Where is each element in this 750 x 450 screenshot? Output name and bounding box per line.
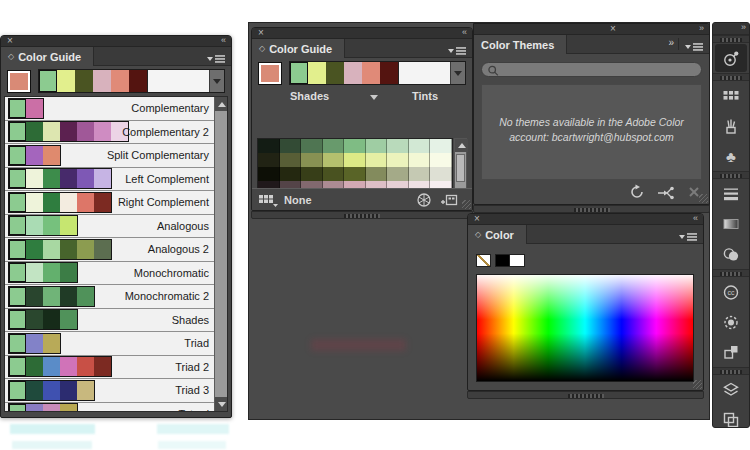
harmony-rules-dropdown[interactable]	[38, 69, 225, 93]
group-swatch[interactable]	[344, 62, 362, 84]
group-swatch[interactable]	[39, 70, 57, 92]
harmony-rule-row[interactable]: Shades	[5, 309, 227, 333]
resize-grip[interactable]	[693, 380, 702, 389]
variation-swatch[interactable]	[409, 153, 431, 167]
group-swatch[interactable]	[290, 62, 308, 84]
harmony-rule-row[interactable]: Triad 2	[5, 356, 227, 380]
variation-swatch[interactable]	[301, 167, 323, 181]
resize-grip[interactable]	[699, 194, 708, 203]
harmony-rule-row[interactable]: Analogous	[5, 215, 227, 239]
transparency-panel-icon[interactable]	[713, 239, 749, 269]
color-guide-panel-icon[interactable]	[715, 44, 747, 72]
scroll-up-icon[interactable]	[215, 97, 228, 111]
close-icon[interactable]: ×	[610, 23, 616, 34]
harmony-rule-row[interactable]: Analogous 2	[5, 238, 227, 262]
panel-menu-icon[interactable]	[678, 229, 698, 241]
white-swatch[interactable]	[510, 254, 525, 267]
variation-swatch[interactable]	[409, 139, 431, 153]
variation-swatch[interactable]	[323, 139, 345, 153]
group-swatch[interactable]	[362, 62, 380, 84]
panel-cycle-icon[interactable]: ◇	[259, 45, 265, 53]
panel-cycle-icon[interactable]: ◇	[8, 53, 14, 61]
close-icon[interactable]: ×	[258, 27, 264, 38]
variation-mode-dropdown-icon[interactable]	[370, 95, 378, 100]
variation-swatch[interactable]	[387, 153, 409, 167]
group-swatch[interactable]	[93, 70, 111, 92]
variation-swatch[interactable]	[387, 167, 409, 181]
panel-menu-icon[interactable]	[447, 43, 467, 55]
variation-swatch[interactable]	[301, 153, 323, 167]
dashed-circle-panel-icon[interactable]	[713, 307, 749, 337]
save-to-swatches-icon[interactable]	[440, 192, 458, 211]
tab-color-guide[interactable]: ◇ Color Guide	[252, 39, 345, 58]
variation-swatch[interactable]	[280, 139, 302, 153]
variation-swatch[interactable]	[344, 139, 366, 153]
artboards-panel-icon[interactable]	[713, 405, 749, 428]
explore-themes-icon[interactable]	[657, 184, 675, 200]
variation-swatch[interactable]	[280, 153, 302, 167]
close-icon[interactable]: ×	[474, 213, 480, 224]
expand-dock-icon[interactable]: »	[741, 22, 745, 33]
tab-color-guide[interactable]: ◇ Color Guide	[1, 47, 94, 66]
close-icon[interactable]: ×	[7, 35, 13, 46]
layers-panel-icon[interactable]	[713, 375, 749, 405]
dropdown-arrow-icon[interactable]	[450, 62, 465, 84]
variation-swatch[interactable]	[366, 139, 388, 153]
variation-swatch[interactable]	[430, 139, 452, 153]
variation-swatch[interactable]	[258, 153, 280, 167]
edit-colors-icon[interactable]	[416, 192, 432, 211]
harmony-rule-row[interactable]: Left Complement	[5, 168, 227, 192]
group-swatch[interactable]	[129, 70, 147, 92]
harmony-rule-row[interactable]: Complementary	[5, 97, 227, 121]
variation-swatch[interactable]	[344, 167, 366, 181]
harmony-rule-row[interactable]: Triad	[5, 332, 227, 356]
variation-swatch[interactable]	[430, 153, 452, 167]
color-spectrum[interactable]	[476, 274, 694, 382]
harmony-rule-row[interactable]: Monochromatic 2	[5, 285, 227, 309]
variation-swatch[interactable]	[301, 139, 323, 153]
variation-swatch[interactable]	[430, 167, 452, 181]
scroll-up-icon[interactable]	[455, 139, 468, 152]
variation-swatch[interactable]	[258, 167, 280, 181]
group-swatch[interactable]	[308, 62, 326, 84]
group-swatch[interactable]	[380, 62, 398, 84]
refresh-icon[interactable]	[629, 184, 645, 200]
variation-swatch[interactable]	[280, 167, 302, 181]
swatch-library-menu-icon[interactable]	[258, 193, 278, 207]
none-swatch[interactable]	[476, 254, 491, 267]
scroll-thumb[interactable]	[456, 154, 465, 182]
panel-cycle-icon[interactable]: ◇	[475, 231, 481, 239]
variation-swatch[interactable]	[366, 167, 388, 181]
asset-export-panel-icon[interactable]	[713, 337, 749, 367]
harmony-rule-row[interactable]: Triad 3	[5, 379, 227, 403]
group-swatch[interactable]	[326, 62, 344, 84]
cc-libraries-panel-icon[interactable]: cc	[713, 277, 749, 307]
tab-color-themes[interactable]: Color Themes	[474, 35, 567, 54]
symbols-panel-icon[interactable]: ♣	[713, 141, 749, 171]
dropdown-arrow-icon[interactable]	[209, 70, 224, 92]
panel-drag-bar[interactable]	[467, 391, 704, 399]
swatches-panel-icon[interactable]	[713, 81, 749, 111]
variation-swatch[interactable]	[323, 153, 345, 167]
harmony-rules-dropdown[interactable]	[289, 61, 466, 85]
collapse-icon[interactable]: «	[462, 27, 466, 38]
variation-swatch[interactable]	[366, 153, 388, 167]
collapse-icon[interactable]: «	[693, 213, 697, 224]
variation-swatch[interactable]	[323, 167, 345, 181]
dock-grip[interactable]	[713, 73, 749, 81]
harmony-rule-row[interactable]: Split Complementary	[5, 144, 227, 168]
collapse-icon[interactable]: »	[699, 23, 703, 34]
expand-icon[interactable]: »	[668, 37, 673, 48]
variation-swatch[interactable]	[387, 139, 409, 153]
stroke-panel-icon[interactable]	[713, 179, 749, 209]
base-color-swatch[interactable]	[258, 62, 282, 85]
harmony-rule-row[interactable]: Right Complement	[5, 191, 227, 215]
base-color-swatch[interactable]	[7, 70, 31, 93]
group-swatch[interactable]	[75, 70, 93, 92]
black-swatch[interactable]	[495, 254, 510, 267]
panel-drag-bar[interactable]	[251, 211, 473, 219]
dock-grip[interactable]	[713, 367, 749, 375]
list-scrollbar[interactable]	[214, 97, 227, 411]
harmony-rule-row[interactable]: Tetrad	[5, 403, 227, 413]
gradient-panel-icon[interactable]	[713, 209, 749, 239]
